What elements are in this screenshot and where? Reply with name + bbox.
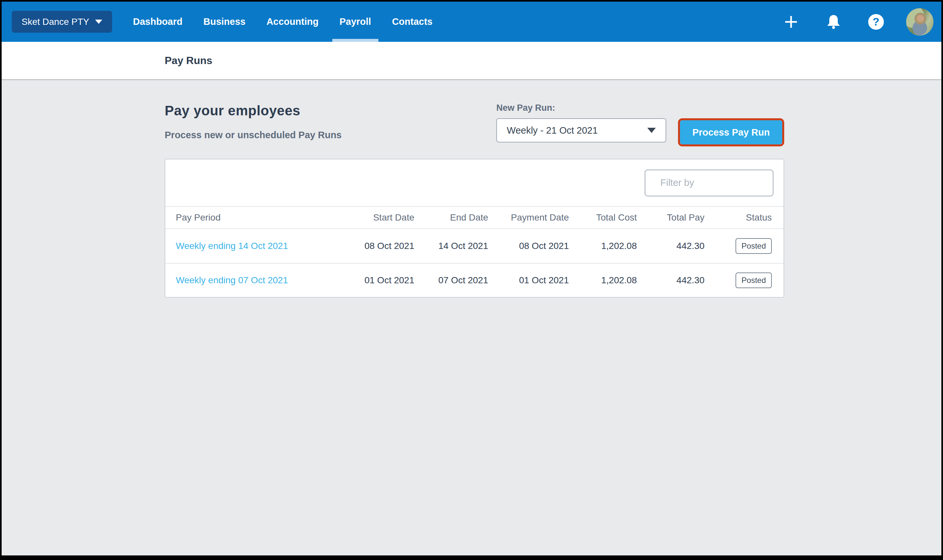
hero-subheading: Process new or unscheduled Pay Runs (165, 130, 342, 140)
column-header-start-date: Start Date (339, 212, 414, 223)
filter-input[interactable] (660, 177, 783, 188)
chevron-down-icon (95, 20, 102, 24)
help-button[interactable]: ? (864, 9, 888, 34)
column-header-total-pay: Total Pay (637, 212, 705, 223)
filter-box (645, 169, 774, 196)
total-cost-cell: 1,202.08 (569, 275, 637, 286)
top-nav-bar: Sket Dance PTY Dashboard Business Accoun… (2, 2, 941, 42)
add-new-button[interactable] (778, 9, 803, 34)
process-pay-run-highlight: Process Pay Run (678, 118, 784, 146)
nav-item-payroll[interactable]: Payroll (340, 2, 371, 42)
status-badge: Posted (735, 238, 772, 254)
chevron-down-icon (647, 128, 656, 133)
column-header-total-cost: Total Cost (569, 212, 637, 223)
new-pay-run-controls: New Pay Run: Weekly - 21 Oct 2021 Proces… (496, 103, 784, 146)
total-cost-cell: 1,202.08 (569, 241, 637, 251)
start-date-cell: 08 Oct 2021 (339, 241, 414, 251)
pay-runs-table-card: Pay Period Start Date End Date Payment D… (165, 159, 784, 298)
page-title: Pay Runs (165, 55, 212, 67)
pay-run-select[interactable]: Weekly - 21 Oct 2021 (496, 118, 666, 142)
table-header-row: Pay Period Start Date End Date Payment D… (165, 206, 783, 229)
end-date-cell: 07 Oct 2021 (414, 275, 488, 286)
process-pay-run-button[interactable]: Process Pay Run (680, 120, 782, 145)
nav-item-accounting[interactable]: Accounting (266, 2, 318, 42)
table-row: Weekly ending 07 Oct 2021 01 Oct 2021 07… (165, 263, 783, 297)
primary-nav: Dashboard Business Accounting Payroll Co… (133, 2, 432, 42)
nav-right-actions: ? (778, 8, 934, 35)
user-avatar[interactable] (906, 8, 934, 35)
new-pay-run-label: New Pay Run: (496, 103, 784, 113)
column-header-status: Status (705, 212, 772, 223)
total-pay-cell: 442.30 (637, 241, 705, 251)
pay-period-link[interactable]: Weekly ending 14 Oct 2021 (176, 241, 288, 251)
app-window: Sket Dance PTY Dashboard Business Accoun… (2, 2, 941, 555)
company-switcher[interactable]: Sket Dance PTY (12, 11, 112, 33)
table-row: Weekly ending 14 Oct 2021 08 Oct 2021 14… (165, 229, 783, 263)
end-date-cell: 14 Oct 2021 (414, 241, 488, 251)
column-header-pay-period: Pay Period (176, 212, 339, 223)
question-mark-icon: ? (868, 14, 884, 30)
hero-heading: Pay your employees (165, 103, 342, 118)
page-header: Pay Runs (2, 42, 941, 80)
main-content: Pay your employees Process new or unsche… (165, 103, 784, 298)
hero-text: Pay your employees Process new or unsche… (165, 103, 342, 140)
start-date-cell: 01 Oct 2021 (339, 275, 414, 286)
table-toolbar (165, 160, 783, 206)
new-pay-run-row: Weekly - 21 Oct 2021 Process Pay Run (496, 118, 784, 146)
bell-icon (826, 14, 841, 30)
hero-section: Pay your employees Process new or unsche… (165, 103, 784, 146)
column-header-payment-date: Payment Date (488, 212, 569, 223)
payment-date-cell: 08 Oct 2021 (488, 241, 569, 251)
nav-item-business[interactable]: Business (203, 2, 245, 42)
company-switcher-label: Sket Dance PTY (22, 17, 89, 27)
notifications-button[interactable] (821, 9, 846, 34)
nav-item-dashboard[interactable]: Dashboard (133, 2, 182, 42)
total-pay-cell: 442.30 (637, 275, 705, 286)
pay-run-select-value: Weekly - 21 Oct 2021 (507, 125, 598, 136)
status-badge: Posted (735, 272, 772, 288)
nav-item-contacts[interactable]: Contacts (392, 2, 432, 42)
column-header-end-date: End Date (414, 212, 488, 223)
payment-date-cell: 01 Oct 2021 (488, 275, 569, 286)
plus-icon (784, 15, 798, 29)
pay-period-link[interactable]: Weekly ending 07 Oct 2021 (176, 275, 288, 285)
